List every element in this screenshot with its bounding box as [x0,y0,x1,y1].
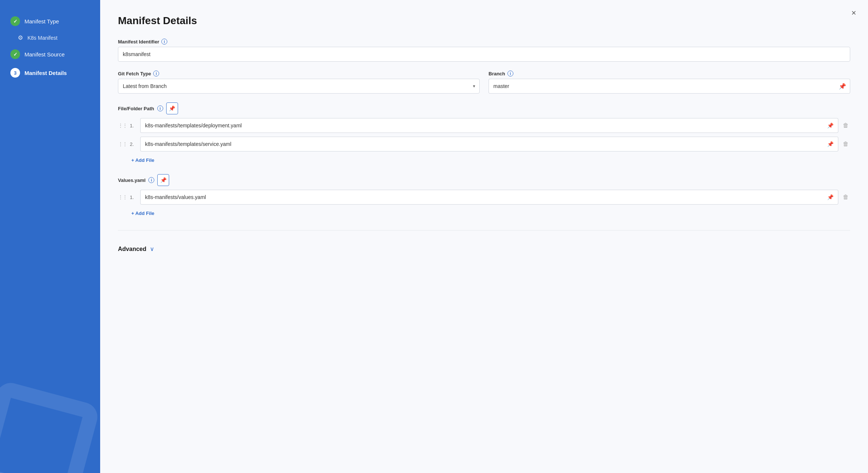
manifest-source-check-icon: ✓ [10,49,20,59]
git-fetch-branch-row: Git Fetch Type i Latest from Branch Spec… [118,71,850,94]
file-folder-path-label: File/Folder Path [118,106,154,111]
git-fetch-type-group: Git Fetch Type i Latest from Branch Spec… [118,71,480,94]
values-yaml-label: Values.yaml [118,177,145,183]
values-file-pin-button-1[interactable]: 📌 [823,190,838,205]
values-yaml-section: Values.yaml i 📌 ⋮⋮ 1. 📌 🗑 + Add File [118,174,850,218]
file-pin-button-1[interactable]: 📌 [823,118,838,133]
file-delete-button-2[interactable]: 🗑 [841,139,850,149]
values-yaml-pin-button[interactable]: 📌 [157,174,169,186]
git-fetch-type-info-icon[interactable]: i [153,71,159,76]
values-file-row-1: ⋮⋮ 1. 📌 🗑 [118,190,850,205]
branch-input-wrap: 📌 [489,79,850,94]
divider [118,230,850,231]
row-num-1: 1. [130,123,137,128]
file-path-input-1[interactable] [140,118,823,133]
values-yaml-label-row: Values.yaml i 📌 [118,174,850,186]
branch-pin-button[interactable]: 📌 [835,79,850,94]
sidebar: ✓ Manifest Type ⚙ K8s Manifest ✓ Manifes… [0,0,100,473]
sidebar-item-manifest-type-label: Manifest Type [24,18,59,25]
git-fetch-type-label: Git Fetch Type i [118,71,480,76]
git-fetch-type-select[interactable]: Latest from Branch Specific Commit ID [118,79,480,94]
file-folder-path-label-row: File/Folder Path i 📌 [118,102,850,114]
manifest-identifier-group: Manifest Identifier i [118,39,850,62]
sidebar-decoration [0,380,100,473]
close-button[interactable]: × [851,9,856,17]
form-section: Manifest Identifier i Git Fetch Type i L… [118,39,850,252]
manifest-details-step-icon: 3 [10,68,20,78]
file-path-input-2[interactable] [140,137,823,151]
sidebar-item-manifest-source[interactable]: ✓ Manifest Source [0,45,100,63]
file-path-row-1: ⋮⋮ 1. 📌 🗑 [118,118,850,133]
drag-handle-2[interactable]: ⋮⋮ [118,141,127,147]
branch-label: Branch i [489,71,850,76]
file-folder-path-section: File/Folder Path i 📌 ⋮⋮ 1. 📌 🗑 ⋮⋮ 2. [118,102,850,165]
sidebar-subitem-k8s[interactable]: ⚙ K8s Manifest [0,30,100,45]
file-delete-button-1[interactable]: 🗑 [841,121,850,130]
values-file-input-1[interactable] [140,190,823,205]
branch-info-icon[interactable]: i [507,71,513,76]
git-fetch-type-select-wrap: Latest from Branch Specific Commit ID ▾ [118,79,480,94]
branch-group: Branch i 📌 [489,71,850,94]
sidebar-item-manifest-details[interactable]: 3 Manifest Details [0,63,100,82]
file-input-wrap-2: 📌 [140,137,838,151]
file-folder-path-info-icon[interactable]: i [157,105,163,111]
add-file-button-1[interactable]: + Add File [118,155,850,165]
advanced-section[interactable]: Advanced ∨ [118,245,850,252]
values-drag-handle-1[interactable]: ⋮⋮ [118,194,127,200]
values-file-input-wrap-1: 📌 [140,190,838,205]
sidebar-item-manifest-source-label: Manifest Source [24,51,65,58]
values-yaml-info-icon[interactable]: i [148,177,154,183]
add-file-button-values[interactable]: + Add File [118,208,850,218]
manifest-type-check-icon: ✓ [10,16,20,26]
file-path-row-2: ⋮⋮ 2. 📌 🗑 [118,137,850,151]
file-folder-path-pin-button[interactable]: 📌 [166,102,178,114]
values-row-num-1: 1. [130,195,137,200]
manifest-identifier-label: Manifest Identifier i [118,39,850,45]
page-title: Manifest Details [118,15,850,27]
sidebar-subitem-k8s-label: K8s Manifest [27,35,57,41]
advanced-chevron-icon: ∨ [150,245,154,252]
advanced-label: Advanced [118,246,146,252]
row-num-2: 2. [130,141,137,147]
k8s-icon: ⚙ [18,34,23,41]
file-input-wrap-1: 📌 [140,118,838,133]
drag-handle-1[interactable]: ⋮⋮ [118,123,127,128]
branch-input[interactable] [489,79,835,94]
sidebar-item-manifest-details-label: Manifest Details [24,70,67,76]
values-file-delete-button-1[interactable]: 🗑 [841,192,850,202]
sidebar-item-manifest-type[interactable]: ✓ Manifest Type [0,12,100,30]
manifest-identifier-info-icon[interactable]: i [161,39,167,45]
file-pin-button-2[interactable]: 📌 [823,137,838,151]
main-content: × Manifest Details Manifest Identifier i… [100,0,868,473]
manifest-identifier-input[interactable] [118,47,850,62]
